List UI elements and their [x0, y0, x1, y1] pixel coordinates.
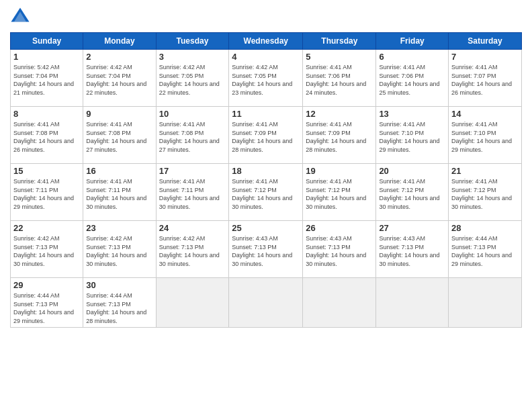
day-number: 20: [379, 166, 445, 176]
week-row-3: 22Sunrise: 4:42 AMSunset: 7:13 PMDayligh…: [11, 221, 522, 278]
calendar-cell: 16Sunrise: 4:41 AMSunset: 7:11 PMDayligh…: [83, 164, 156, 221]
day-number: 21: [451, 166, 519, 176]
day-number: 16: [86, 166, 152, 176]
header-day-sunday: Sunday: [11, 33, 83, 50]
cell-info: Sunrise: 4:42 AMSunset: 7:05 PMDaylight:…: [232, 63, 300, 97]
header-day-thursday: Thursday: [303, 33, 376, 50]
calendar-cell: 4Sunrise: 4:42 AMSunset: 7:05 PMDaylight…: [229, 50, 303, 107]
day-number: 6: [379, 52, 445, 62]
calendar-cell: [303, 278, 376, 328]
day-number: 8: [13, 109, 80, 119]
cell-info: Sunrise: 4:43 AMSunset: 7:13 PMDaylight:…: [232, 234, 300, 268]
cell-info: Sunrise: 4:41 AMSunset: 7:10 PMDaylight:…: [379, 120, 445, 154]
calendar-cell: 15Sunrise: 4:41 AMSunset: 7:11 PMDayligh…: [11, 164, 83, 221]
day-number: 17: [159, 166, 226, 176]
calendar-cell: 10Sunrise: 4:41 AMSunset: 7:08 PMDayligh…: [156, 107, 229, 164]
header-day-friday: Friday: [376, 33, 449, 50]
cell-info: Sunrise: 4:41 AMSunset: 7:11 PMDaylight:…: [159, 177, 226, 211]
week-row-4: 29Sunrise: 4:44 AMSunset: 7:13 PMDayligh…: [11, 278, 522, 328]
cell-info: Sunrise: 4:43 AMSunset: 7:13 PMDaylight:…: [306, 234, 373, 268]
calendar-cell: 29Sunrise: 4:44 AMSunset: 7:13 PMDayligh…: [11, 278, 83, 328]
calendar-cell: 7Sunrise: 4:41 AMSunset: 7:07 PMDaylight…: [449, 50, 522, 107]
cell-info: Sunrise: 4:41 AMSunset: 7:12 PMDaylight:…: [306, 177, 373, 211]
calendar-cell: 25Sunrise: 4:43 AMSunset: 7:13 PMDayligh…: [229, 221, 303, 278]
day-number: 13: [379, 109, 445, 119]
header-day-saturday: Saturday: [449, 33, 522, 50]
day-number: 4: [232, 52, 300, 62]
week-row-0: 1Sunrise: 5:42 AMSunset: 7:04 PMDaylight…: [11, 50, 522, 107]
calendar-cell: 24Sunrise: 4:42 AMSunset: 7:13 PMDayligh…: [156, 221, 229, 278]
logo-icon: [10, 7, 30, 27]
calendar-cell: 5Sunrise: 4:41 AMSunset: 7:06 PMDaylight…: [303, 50, 376, 107]
header-row: SundayMondayTuesdayWednesdayThursdayFrid…: [11, 33, 522, 50]
calendar-cell: 8Sunrise: 4:41 AMSunset: 7:08 PMDaylight…: [11, 107, 83, 164]
day-number: 7: [451, 52, 519, 62]
cell-info: Sunrise: 4:41 AMSunset: 7:08 PMDaylight:…: [159, 120, 226, 154]
day-number: 10: [159, 109, 226, 119]
calendar-cell: 26Sunrise: 4:43 AMSunset: 7:13 PMDayligh…: [303, 221, 376, 278]
calendar-cell: 17Sunrise: 4:41 AMSunset: 7:11 PMDayligh…: [156, 164, 229, 221]
calendar-cell: [229, 278, 303, 328]
day-number: 24: [159, 223, 226, 233]
cell-info: Sunrise: 4:43 AMSunset: 7:13 PMDaylight:…: [379, 234, 445, 268]
cell-info: Sunrise: 4:41 AMSunset: 7:06 PMDaylight:…: [379, 63, 445, 97]
cell-info: Sunrise: 4:41 AMSunset: 7:12 PMDaylight:…: [379, 177, 445, 211]
calendar-cell: 19Sunrise: 4:41 AMSunset: 7:12 PMDayligh…: [303, 164, 376, 221]
calendar-cell: 28Sunrise: 4:44 AMSunset: 7:13 PMDayligh…: [449, 221, 522, 278]
calendar-cell: 11Sunrise: 4:41 AMSunset: 7:09 PMDayligh…: [229, 107, 303, 164]
cell-info: Sunrise: 4:41 AMSunset: 7:11 PMDaylight:…: [13, 177, 80, 211]
logo: [10, 7, 33, 27]
calendar-cell: 27Sunrise: 4:43 AMSunset: 7:13 PMDayligh…: [376, 221, 449, 278]
calendar-body: 1Sunrise: 5:42 AMSunset: 7:04 PMDaylight…: [11, 50, 522, 328]
calendar-cell: 20Sunrise: 4:41 AMSunset: 7:12 PMDayligh…: [376, 164, 449, 221]
calendar-cell: 2Sunrise: 4:42 AMSunset: 7:04 PMDaylight…: [83, 50, 156, 107]
calendar-cell: 1Sunrise: 5:42 AMSunset: 7:04 PMDaylight…: [11, 50, 83, 107]
day-number: 11: [232, 109, 300, 119]
cell-info: Sunrise: 4:41 AMSunset: 7:09 PMDaylight:…: [306, 120, 373, 154]
cell-info: Sunrise: 4:42 AMSunset: 7:05 PMDaylight:…: [159, 63, 226, 97]
cell-info: Sunrise: 4:41 AMSunset: 7:08 PMDaylight:…: [13, 120, 80, 154]
day-number: 22: [13, 223, 80, 233]
cell-info: Sunrise: 4:41 AMSunset: 7:12 PMDaylight:…: [232, 177, 300, 211]
day-number: 5: [306, 52, 373, 62]
day-number: 30: [86, 280, 152, 290]
day-number: 18: [232, 166, 300, 176]
day-number: 26: [306, 223, 373, 233]
calendar-cell: 30Sunrise: 4:44 AMSunset: 7:13 PMDayligh…: [83, 278, 156, 328]
calendar-cell: 9Sunrise: 4:41 AMSunset: 7:08 PMDaylight…: [83, 107, 156, 164]
calendar-cell: 14Sunrise: 4:41 AMSunset: 7:10 PMDayligh…: [449, 107, 522, 164]
header-day-monday: Monday: [83, 33, 156, 50]
cell-info: Sunrise: 4:41 AMSunset: 7:06 PMDaylight:…: [306, 63, 373, 97]
day-number: 19: [306, 166, 373, 176]
day-number: 14: [451, 109, 519, 119]
cell-info: Sunrise: 4:44 AMSunset: 7:13 PMDaylight:…: [13, 291, 80, 325]
day-number: 1: [13, 52, 80, 62]
cell-info: Sunrise: 4:41 AMSunset: 7:11 PMDaylight:…: [86, 177, 152, 211]
cell-info: Sunrise: 4:44 AMSunset: 7:13 PMDaylight:…: [86, 291, 152, 325]
day-number: 15: [13, 166, 80, 176]
day-number: 23: [86, 223, 152, 233]
week-row-2: 15Sunrise: 4:41 AMSunset: 7:11 PMDayligh…: [11, 164, 522, 221]
header-day-wednesday: Wednesday: [229, 33, 303, 50]
calendar-cell: [449, 278, 522, 328]
calendar-cell: 21Sunrise: 4:41 AMSunset: 7:12 PMDayligh…: [449, 164, 522, 221]
day-number: 2: [86, 52, 152, 62]
calendar-cell: 3Sunrise: 4:42 AMSunset: 7:05 PMDaylight…: [156, 50, 229, 107]
cell-info: Sunrise: 4:41 AMSunset: 7:09 PMDaylight:…: [232, 120, 300, 154]
cell-info: Sunrise: 4:42 AMSunset: 7:13 PMDaylight:…: [159, 234, 226, 268]
page: SundayMondayTuesdayWednesdayThursdayFrid…: [0, 0, 532, 411]
cell-info: Sunrise: 4:42 AMSunset: 7:13 PMDaylight:…: [86, 234, 152, 268]
calendar: SundayMondayTuesdayWednesdayThursdayFrid…: [10, 32, 522, 328]
cell-info: Sunrise: 4:41 AMSunset: 7:07 PMDaylight:…: [451, 63, 519, 97]
cell-info: Sunrise: 4:44 AMSunset: 7:13 PMDaylight:…: [451, 234, 519, 268]
cell-info: Sunrise: 5:42 AMSunset: 7:04 PMDaylight:…: [13, 63, 80, 97]
calendar-cell: 6Sunrise: 4:41 AMSunset: 7:06 PMDaylight…: [376, 50, 449, 107]
day-number: 12: [306, 109, 373, 119]
day-number: 25: [232, 223, 300, 233]
header: [10, 7, 522, 27]
week-row-1: 8Sunrise: 4:41 AMSunset: 7:08 PMDaylight…: [11, 107, 522, 164]
cell-info: Sunrise: 4:41 AMSunset: 7:08 PMDaylight:…: [86, 120, 152, 154]
day-number: 9: [86, 109, 152, 119]
day-number: 27: [379, 223, 445, 233]
cell-info: Sunrise: 4:42 AMSunset: 7:04 PMDaylight:…: [86, 63, 152, 97]
